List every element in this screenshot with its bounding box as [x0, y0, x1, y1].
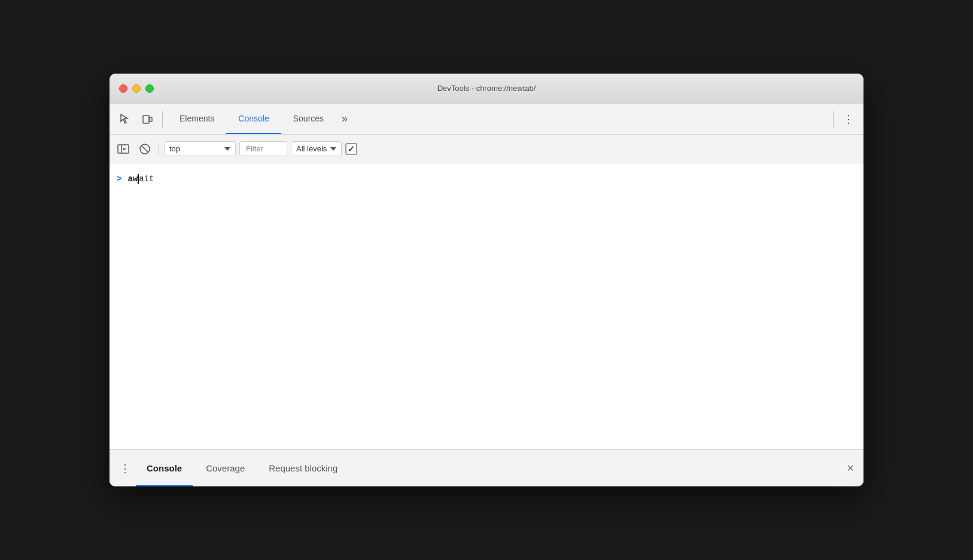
top-toolbar: Elements Console Sources » ⋮: [110, 104, 863, 135]
devtools-window: DevTools - chrome://newtab/ Elem: [110, 74, 863, 486]
device-toolbar-button[interactable]: [137, 109, 157, 129]
bottom-panel: ⋮ Console Coverage Request blocking ×: [110, 449, 863, 486]
clear-icon: [139, 143, 151, 155]
devtools-menu-button[interactable]: ⋮: [838, 109, 859, 129]
maximize-button[interactable]: [145, 84, 154, 93]
devtools-panel: Elements Console Sources » ⋮: [110, 104, 863, 486]
hide-network-checkbox[interactable]: ✓: [345, 143, 357, 155]
console-toolbar: top Filter All levels ✓: [110, 135, 863, 163]
tab-list: Elements Console Sources »: [168, 104, 828, 134]
device-icon: [141, 113, 153, 125]
bottom-tab-console[interactable]: Console: [136, 450, 193, 486]
tab-sources[interactable]: Sources: [281, 104, 336, 134]
svg-rect-1: [150, 117, 152, 121]
toolbar-divider: [162, 111, 163, 127]
svg-line-6: [141, 145, 148, 153]
tab-elements[interactable]: Elements: [168, 104, 226, 134]
traffic-lights: [119, 84, 154, 93]
console-input-line[interactable]: > await: [110, 168, 863, 190]
console-toolbar-divider: [159, 142, 159, 156]
log-level-selector[interactable]: All levels: [291, 141, 342, 156]
chevron-down-icon: [224, 147, 230, 151]
tab-toolbar-separator: [833, 111, 834, 127]
tab-console[interactable]: Console: [226, 104, 281, 134]
more-tabs-button[interactable]: »: [336, 104, 354, 134]
context-selector[interactable]: top: [164, 141, 236, 156]
bottom-panel-menu-button[interactable]: ⋮: [117, 460, 133, 477]
sidebar-toggle-button[interactable]: [114, 140, 132, 158]
title-bar: DevTools - chrome://newtab/: [110, 74, 863, 104]
minimize-button[interactable]: [132, 84, 141, 93]
close-button[interactable]: [119, 84, 127, 93]
bottom-tab-coverage[interactable]: Coverage: [195, 450, 256, 486]
chevron-down-icon: [330, 147, 336, 151]
inspect-element-button[interactable]: [114, 109, 135, 129]
console-input-text[interactable]: await: [127, 174, 154, 184]
cursor-icon: [118, 113, 130, 125]
console-content[interactable]: > await: [110, 163, 863, 449]
console-text-bold: aw: [127, 174, 138, 184]
console-prompt[interactable]: >: [117, 174, 121, 184]
bottom-tab-request-blocking[interactable]: Request blocking: [258, 450, 348, 486]
close-bottom-panel-button[interactable]: ×: [847, 461, 854, 475]
filter-input[interactable]: Filter: [239, 141, 287, 156]
clear-console-button[interactable]: [136, 140, 154, 158]
window-title: DevTools - chrome://newtab/: [437, 84, 536, 93]
svg-rect-0: [143, 115, 149, 123]
sidebar-icon: [117, 142, 130, 156]
console-text-normal: ait: [139, 174, 154, 184]
svg-marker-4: [123, 148, 126, 150]
